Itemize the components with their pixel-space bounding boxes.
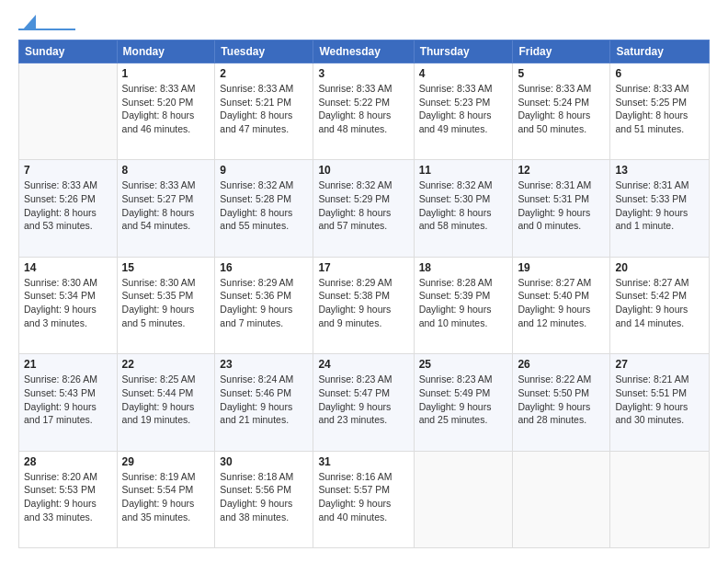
table-row: 6 Sunrise: 8:33 AM Sunset: 5:25 PM Dayli… <box>610 63 710 160</box>
sunrise-text: Sunrise: 8:32 AM <box>419 179 493 190</box>
daylight-text: Daylight: 8 hours and 57 minutes. <box>318 207 391 232</box>
table-row: 18 Sunrise: 8:28 AM Sunset: 5:39 PM Dayl… <box>414 257 513 353</box>
day-info: Sunrise: 8:23 AM Sunset: 5:49 PM Dayligh… <box>419 373 508 427</box>
day-info: Sunrise: 8:33 AM Sunset: 5:26 PM Dayligh… <box>24 178 112 233</box>
sunrise-text: Sunrise: 8:33 AM <box>122 83 196 94</box>
daylight-text: Daylight: 9 hours and 23 minutes. <box>318 401 391 426</box>
table-row: 7 Sunrise: 8:33 AM Sunset: 5:26 PM Dayli… <box>19 160 118 257</box>
sunset-text: Sunset: 5:53 PM <box>24 484 96 495</box>
sunset-text: Sunset: 5:46 PM <box>220 387 291 398</box>
day-number: 21 <box>24 358 112 371</box>
table-row: 9 Sunrise: 8:32 AM Sunset: 5:28 PM Dayli… <box>215 160 313 257</box>
day-number: 8 <box>122 164 210 177</box>
day-info: Sunrise: 8:31 AM Sunset: 5:33 PM Dayligh… <box>615 178 704 233</box>
day-info: Sunrise: 8:22 AM Sunset: 5:50 PM Dayligh… <box>518 373 605 427</box>
daylight-text: Daylight: 8 hours and 55 minutes. <box>220 207 292 232</box>
sunrise-text: Sunrise: 8:26 AM <box>24 373 97 385</box>
calendar-week-row: 14 Sunrise: 8:30 AM Sunset: 5:34 PM Dayl… <box>19 257 710 353</box>
sunset-text: Sunset: 5:49 PM <box>419 387 491 398</box>
sunset-text: Sunset: 5:29 PM <box>318 193 390 204</box>
day-info: Sunrise: 8:16 AM Sunset: 5:57 PM Dayligh… <box>318 470 408 524</box>
sunset-text: Sunset: 5:20 PM <box>122 97 194 108</box>
table-row: 10 Sunrise: 8:32 AM Sunset: 5:29 PM Dayl… <box>313 160 414 257</box>
day-number: 2 <box>220 67 308 80</box>
day-number: 27 <box>615 358 704 371</box>
table-row: 19 Sunrise: 8:27 AM Sunset: 5:40 PM Dayl… <box>513 257 610 353</box>
table-row: 17 Sunrise: 8:29 AM Sunset: 5:38 PM Dayl… <box>313 257 414 353</box>
table-row: 12 Sunrise: 8:31 AM Sunset: 5:31 PM Dayl… <box>513 160 610 257</box>
sunrise-text: Sunrise: 8:31 AM <box>615 179 688 190</box>
calendar-header-row: Sunday Monday Tuesday Wednesday Thursday… <box>19 40 710 63</box>
daylight-text: Daylight: 9 hours and 35 minutes. <box>122 498 195 523</box>
sunrise-text: Sunrise: 8:33 AM <box>318 83 392 94</box>
daylight-text: Daylight: 8 hours and 49 minutes. <box>419 109 492 134</box>
daylight-text: Daylight: 8 hours and 48 minutes. <box>318 109 391 134</box>
table-row <box>19 63 118 160</box>
col-tuesday: Tuesday <box>215 40 313 63</box>
table-row: 29 Sunrise: 8:19 AM Sunset: 5:54 PM Dayl… <box>117 451 215 547</box>
daylight-text: Daylight: 9 hours and 5 minutes. <box>122 304 195 328</box>
daylight-text: Daylight: 9 hours and 14 minutes. <box>615 304 688 328</box>
day-number: 31 <box>318 455 408 468</box>
calendar-week-row: 28 Sunrise: 8:20 AM Sunset: 5:53 PM Dayl… <box>19 451 710 547</box>
day-info: Sunrise: 8:23 AM Sunset: 5:47 PM Dayligh… <box>318 373 408 427</box>
daylight-text: Daylight: 9 hours and 7 minutes. <box>220 304 292 328</box>
table-row: 8 Sunrise: 8:33 AM Sunset: 5:27 PM Dayli… <box>117 160 215 257</box>
day-number: 11 <box>419 164 508 177</box>
col-friday: Friday <box>513 40 610 63</box>
table-row <box>414 451 513 547</box>
day-info: Sunrise: 8:25 AM Sunset: 5:44 PM Dayligh… <box>122 373 210 427</box>
daylight-text: Daylight: 8 hours and 58 minutes. <box>419 207 492 232</box>
day-info: Sunrise: 8:30 AM Sunset: 5:34 PM Dayligh… <box>24 276 112 330</box>
col-saturday: Saturday <box>610 40 710 63</box>
day-info: Sunrise: 8:29 AM Sunset: 5:38 PM Dayligh… <box>318 276 408 330</box>
daylight-text: Daylight: 8 hours and 46 minutes. <box>122 109 195 134</box>
daylight-text: Daylight: 9 hours and 38 minutes. <box>220 498 292 523</box>
day-number: 6 <box>615 67 704 80</box>
table-row: 11 Sunrise: 8:32 AM Sunset: 5:30 PM Dayl… <box>414 160 513 257</box>
day-number: 10 <box>318 164 408 177</box>
col-wednesday: Wednesday <box>313 40 414 63</box>
sunset-text: Sunset: 5:40 PM <box>518 290 589 301</box>
table-row: 1 Sunrise: 8:33 AM Sunset: 5:20 PM Dayli… <box>117 63 215 160</box>
sunset-text: Sunset: 5:50 PM <box>518 387 589 398</box>
day-number: 1 <box>122 67 210 80</box>
sunrise-text: Sunrise: 8:32 AM <box>220 179 293 190</box>
col-sunday: Sunday <box>19 40 118 63</box>
day-number: 14 <box>24 261 112 274</box>
table-row: 21 Sunrise: 8:26 AM Sunset: 5:43 PM Dayl… <box>19 354 118 451</box>
sunrise-text: Sunrise: 8:27 AM <box>615 277 688 288</box>
day-info: Sunrise: 8:33 AM Sunset: 5:27 PM Dayligh… <box>122 178 210 233</box>
table-row: 5 Sunrise: 8:33 AM Sunset: 5:24 PM Dayli… <box>513 63 610 160</box>
day-info: Sunrise: 8:20 AM Sunset: 5:53 PM Dayligh… <box>24 470 112 524</box>
day-info: Sunrise: 8:33 AM Sunset: 5:23 PM Dayligh… <box>419 82 508 136</box>
sunset-text: Sunset: 5:26 PM <box>24 193 96 204</box>
table-row: 4 Sunrise: 8:33 AM Sunset: 5:23 PM Dayli… <box>414 63 513 160</box>
day-number: 9 <box>220 164 308 177</box>
daylight-text: Daylight: 9 hours and 21 minutes. <box>220 401 292 426</box>
day-number: 29 <box>122 455 210 468</box>
day-info: Sunrise: 8:31 AM Sunset: 5:31 PM Dayligh… <box>518 178 605 233</box>
daylight-text: Daylight: 8 hours and 51 minutes. <box>615 109 688 134</box>
day-info: Sunrise: 8:24 AM Sunset: 5:46 PM Dayligh… <box>220 373 308 427</box>
daylight-text: Daylight: 9 hours and 30 minutes. <box>615 401 688 426</box>
day-info: Sunrise: 8:27 AM Sunset: 5:40 PM Dayligh… <box>518 276 605 330</box>
day-number: 28 <box>24 455 112 468</box>
day-info: Sunrise: 8:21 AM Sunset: 5:51 PM Dayligh… <box>615 373 704 427</box>
sunrise-text: Sunrise: 8:18 AM <box>220 471 293 482</box>
sunset-text: Sunset: 5:22 PM <box>318 97 390 108</box>
sunrise-text: Sunrise: 8:33 AM <box>220 83 293 94</box>
day-number: 22 <box>122 358 210 371</box>
sunrise-text: Sunrise: 8:25 AM <box>122 373 196 385</box>
table-row: 28 Sunrise: 8:20 AM Sunset: 5:53 PM Dayl… <box>19 451 118 547</box>
calendar-body: 1 Sunrise: 8:33 AM Sunset: 5:20 PM Dayli… <box>19 63 710 548</box>
sunset-text: Sunset: 5:57 PM <box>318 484 390 495</box>
day-number: 15 <box>122 261 210 274</box>
daylight-text: Daylight: 9 hours and 3 minutes. <box>24 304 97 328</box>
daylight-text: Daylight: 8 hours and 54 minutes. <box>122 207 195 232</box>
sunset-text: Sunset: 5:23 PM <box>419 97 491 108</box>
sunrise-text: Sunrise: 8:23 AM <box>318 373 392 385</box>
day-number: 12 <box>518 164 605 177</box>
sunrise-text: Sunrise: 8:33 AM <box>518 83 591 94</box>
daylight-text: Daylight: 9 hours and 1 minute. <box>615 207 688 232</box>
